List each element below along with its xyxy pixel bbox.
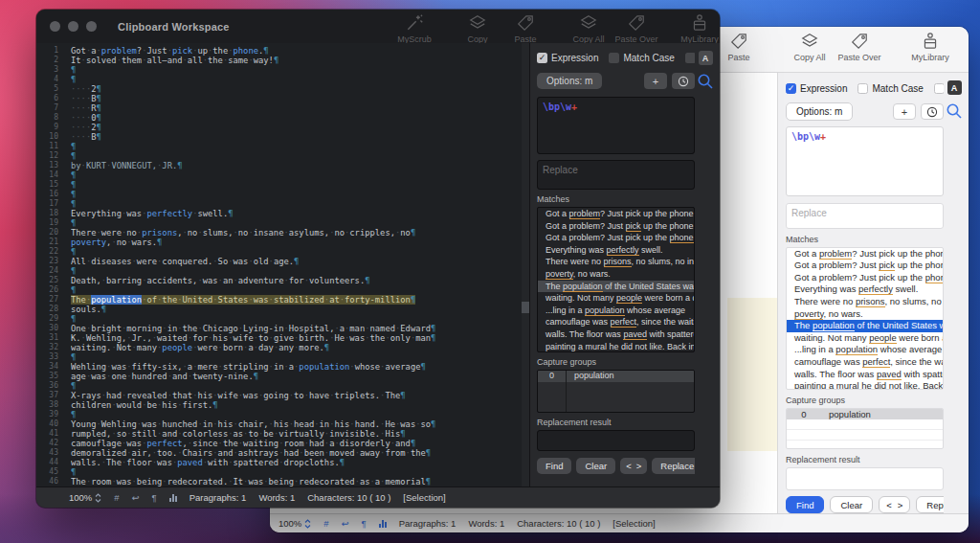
editor-line[interactable]: 8····0¶	[36, 113, 522, 123]
editor-line[interactable]: 14¶	[36, 170, 522, 180]
find-button[interactable]: Find	[537, 458, 571, 474]
search-icon[interactable]	[946, 102, 963, 124]
replace-input[interactable]: Replace	[786, 203, 944, 229]
editor-line[interactable]: 10····B¶	[36, 132, 522, 142]
match-row[interactable]: waiting. Not many people were born a day	[787, 332, 943, 345]
editor-line[interactable]: 13by·KURT·VONNEGUT,·JR.¶	[36, 161, 522, 170]
toolbar-button-copy[interactable]: Copy	[454, 13, 501, 44]
match-row[interactable]: The population of the United States was …	[538, 281, 694, 293]
regex-input[interactable]: \bp\w+	[786, 126, 944, 196]
history-button[interactable]	[672, 73, 695, 89]
toolbar-button-copy-all[interactable]: Copy All	[785, 32, 835, 62]
editor-line[interactable]: 9····2¶	[36, 123, 522, 132]
capture-groups-table[interactable]: 0population	[786, 408, 944, 449]
editor-line[interactable]: 42camouflage·was·perfect,·since·the·wait…	[36, 439, 522, 448]
editor-line[interactable]: 36¶	[36, 381, 522, 391]
expression-checkbox[interactable]: ✓	[537, 53, 547, 63]
editor-line[interactable]: 31K.·Wehling,·Jr.,·waited·for·his·wife·t…	[36, 333, 522, 343]
replace-input[interactable]: Replace	[537, 160, 695, 190]
statistics-icon[interactable]	[379, 520, 387, 528]
editor-line[interactable]: 17¶	[36, 199, 522, 209]
match-case-checkbox[interactable]	[609, 53, 619, 63]
editor-line[interactable]: 15¶	[36, 180, 522, 190]
match-row[interactable]: Everything was perfectly swell.	[538, 244, 694, 257]
prev-match-button[interactable]: <	[626, 461, 632, 471]
next-match-button[interactable]: >	[898, 500, 903, 510]
editor-line[interactable]: 6····B¶	[36, 94, 522, 103]
editor-line[interactable]: 34Wehling·was·fifty-six,·a·mere·striplin…	[36, 362, 522, 372]
match-row[interactable]: Got a problem? Just pick up the phone.	[538, 220, 694, 233]
match-row[interactable]: poverty, no wars.	[787, 308, 943, 321]
add-pattern-button[interactable]: +	[644, 73, 667, 89]
add-pattern-button[interactable]: +	[893, 103, 916, 120]
toolbar-button-paste-over[interactable]: Paste Over	[835, 32, 884, 62]
toolbar-button-mylibrary[interactable]: MyLibrary	[905, 32, 955, 62]
editor-line[interactable]: 35age·was·one·hundred·and·twenty-nine.¶	[36, 372, 522, 381]
editor-scrollbar[interactable]	[522, 43, 529, 486]
match-row[interactable]: There were no prisons, no slums, no insa…	[787, 296, 943, 308]
match-row[interactable]: Got a problem? Just pick up the phone.	[787, 248, 943, 260]
editor-line[interactable]: 23All·diseases·were·conquered.·So·was·ol…	[36, 257, 522, 266]
toolbar-button-mylibrary[interactable]: MyLibrary	[676, 13, 720, 44]
live-checkbox[interactable]	[934, 83, 944, 94]
editor-line[interactable]: 39¶	[36, 410, 522, 419]
clear-button[interactable]: Clear	[576, 458, 615, 474]
options-button[interactable]: Options: m	[537, 73, 602, 89]
editor-line[interactable]: 3¶	[36, 65, 522, 75]
match-row[interactable]: Everything was perfectly swell.	[787, 283, 943, 296]
editor-line[interactable]: 25Death,·barring·accidents,·was·an·adven…	[36, 276, 522, 285]
capture-group-row[interactable]: 0population	[538, 371, 694, 382]
editor-line[interactable]: 41rumpled,·so·still·and·colorless·as·to·…	[36, 429, 522, 439]
matches-list[interactable]: Got a problem? Just pick up the phone.Go…	[537, 207, 695, 352]
editor-line[interactable]: 1Got·a·problem?·Just·pick·up·the·phone.¶	[36, 46, 522, 56]
editor-line[interactable]: 27The·population·of·the·United·States·wa…	[36, 295, 522, 305]
editor-line[interactable]: 38children·would·be·his·first.¶	[36, 400, 522, 410]
editor-line[interactable]: 12¶	[36, 151, 522, 161]
replace-button[interactable]: Replace	[652, 458, 695, 474]
line-endings-icon[interactable]: ↩	[342, 518, 349, 529]
match-row[interactable]: camouflage was perfect, since the waitin…	[538, 316, 694, 328]
toolbar-button-paste[interactable]: Paste	[501, 13, 549, 44]
toolbar-button-copy-all[interactable]: Copy All	[565, 13, 612, 44]
editor-line[interactable]: 45¶	[36, 467, 522, 477]
editor-line[interactable]: 37X-rays·had·revealed·that·his·wife·was·…	[36, 391, 522, 400]
close-button[interactable]	[50, 21, 60, 32]
editor-line[interactable]: 4¶	[36, 75, 522, 84]
replace-button[interactable]: Replace	[916, 496, 944, 513]
editor-line[interactable]: 40Young·Wehling·was·hunched·in·his·chair…	[36, 419, 522, 429]
match-row[interactable]: ...ling in a population whose average	[787, 344, 943, 356]
find-button[interactable]: Find	[786, 496, 824, 513]
options-button[interactable]: Options: m	[786, 102, 853, 121]
match-row[interactable]: Got a problem? Just pick up the phone.	[787, 260, 943, 272]
editor-line[interactable]: 7····R¶	[36, 103, 522, 113]
capture-group-row[interactable]: 0population	[787, 409, 943, 419]
minimize-button[interactable]	[68, 21, 78, 32]
zoom-level[interactable]: 100%	[69, 492, 92, 503]
match-row[interactable]: waiting. Not many people were born a day	[538, 292, 694, 305]
editor-line[interactable]: 22¶	[36, 247, 522, 257]
invisibles-icon[interactable]: ¶	[362, 518, 367, 529]
editor-line[interactable]: 24¶	[36, 266, 522, 276]
editor-line[interactable]: 16¶	[36, 190, 522, 199]
toolbar-button-paste-over[interactable]: Paste Over	[612, 13, 660, 44]
live-checkbox[interactable]	[685, 53, 695, 63]
matches-list[interactable]: Got a problem? Just pick up the phone.Go…	[786, 247, 944, 390]
editor-line[interactable]: 33¶	[36, 352, 522, 362]
match-row[interactable]: walls. The floor was paved with spattere…	[787, 369, 943, 381]
next-match-button[interactable]: >	[636, 461, 642, 471]
match-row[interactable]: painting a mural he did not like. Back i…	[787, 380, 943, 390]
editor-line[interactable]: 21poverty,·no·wars.¶	[36, 238, 522, 247]
editor-line[interactable]: 5····2¶	[36, 84, 522, 94]
editor-line[interactable]: 2It·solved·them·all—and·all·the·same·way…	[36, 56, 522, 65]
match-row[interactable]: Got a problem? Just pick up the phone.	[787, 272, 943, 284]
editor-line[interactable]: 29¶	[36, 314, 522, 324]
editor-line[interactable]: 28souls.¶	[36, 305, 522, 314]
match-row[interactable]: There were no prisons, no slums, no insa…	[538, 256, 694, 268]
match-row[interactable]: Got a problem? Just pick up the phone.	[538, 208, 694, 220]
match-case-checkbox[interactable]	[858, 83, 868, 94]
editor-line[interactable]: 43demoralized·air,·too.·Chairs·and·ashtr…	[36, 448, 522, 458]
editor-line[interactable]: 19¶	[36, 218, 522, 228]
editor-line[interactable]: 20There·were·no·prisons,·no·slums,·no·in…	[36, 228, 522, 238]
line-endings-icon[interactable]: ↩	[132, 492, 140, 503]
zoom-button[interactable]	[86, 21, 97, 32]
